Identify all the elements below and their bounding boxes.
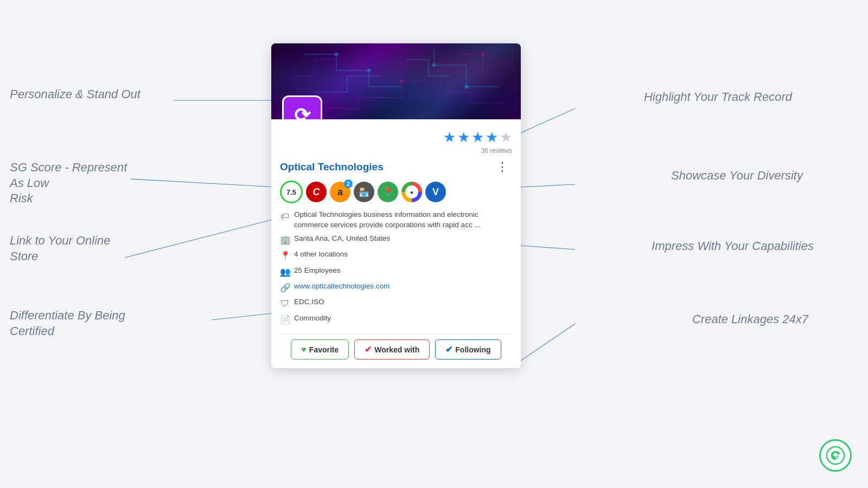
- badge-red: C: [306, 182, 327, 202]
- svg-point-13: [481, 53, 484, 56]
- description-row: 🏷 Optical Technologies business informat…: [280, 210, 512, 230]
- sg-logo-svg: [826, 446, 845, 465]
- svg-point-11: [465, 85, 468, 88]
- company-description: Optical Technologies business informatio…: [294, 210, 512, 230]
- svg-point-8: [335, 53, 338, 56]
- svg-point-14: [827, 447, 844, 464]
- badges-row: 7.5 C a 2 🏪 📍 ●: [280, 181, 512, 203]
- svg-point-9: [367, 69, 371, 72]
- svg-point-12: [400, 80, 403, 83]
- star-3: ★: [471, 129, 484, 146]
- personalize-annotation: Personalize & Stand Out: [10, 87, 141, 102]
- description-icon: 🏷: [280, 210, 290, 222]
- badge-multicolor: ●: [401, 182, 422, 202]
- create-annotation: Create Linkages 24x7: [692, 312, 808, 328]
- profile-card-wrapper: ⟳ ★ ★ ★ ★ ★ 36 reviews Optical Technolog…: [271, 43, 521, 368]
- link-icon: 🔗: [280, 282, 290, 294]
- svg-line-7: [521, 324, 575, 361]
- svg-line-6: [521, 246, 575, 249]
- svg-line-4: [521, 108, 575, 133]
- employees-icon: 👥: [280, 266, 290, 278]
- cert-icon: 🛡: [280, 298, 290, 310]
- differentiate-annotation: Differentiate By Being Certified: [10, 308, 151, 339]
- employee-count: 25 Employees: [294, 266, 341, 276]
- badge-blue: V: [425, 182, 446, 202]
- location-row: 🏢 Santa Ana, CA, United States: [280, 234, 512, 246]
- other-locations: 4 other locations: [294, 249, 348, 260]
- favorite-label: Favorite: [309, 345, 339, 354]
- company-info: 🏷 Optical Technologies business informat…: [280, 210, 512, 326]
- sg-brand-logo: [819, 439, 852, 472]
- svg-line-1: [130, 179, 277, 187]
- check-red-icon: ✔: [365, 344, 372, 355]
- category-icon: 📄: [280, 314, 290, 326]
- star-2: ★: [457, 129, 470, 146]
- svg-point-10: [432, 63, 436, 67]
- company-website[interactable]: www.opticaltechnologies.com: [294, 281, 390, 292]
- profile-card: ⟳ ★ ★ ★ ★ ★ 36 reviews Optical Technolog…: [271, 43, 521, 368]
- employees-row: 👥 25 Employees: [280, 266, 512, 278]
- sg-score-annotation: SG Score - Represent As LowRisk: [10, 160, 129, 207]
- category: Commodity: [294, 313, 331, 324]
- pin-icon: 📍: [280, 250, 290, 262]
- certifications: EDC,ISO: [294, 297, 324, 307]
- following-button[interactable]: ✔ Following: [435, 339, 501, 359]
- star-1: ★: [443, 129, 456, 146]
- category-row: 📄 Commodity: [280, 313, 512, 326]
- link-store-annotation: Link to Your OnlineStore: [10, 233, 111, 264]
- company-location: Santa Ana, CA, United States: [294, 234, 390, 244]
- svg-line-3: [212, 313, 277, 320]
- certifications-row: 🛡 EDC,ISO: [280, 297, 512, 310]
- company-logo: ⟳: [282, 95, 322, 119]
- card-body: Optical Technologies ⋮ 7.5 C a 2 🏪 📍: [271, 155, 521, 368]
- worked-with-label: Worked with: [374, 345, 419, 354]
- website-row: 🔗 www.opticaltechnologies.com: [280, 281, 512, 294]
- star-rating: ★ ★ ★ ★ ★: [443, 129, 512, 146]
- badge-location: 📍: [378, 182, 398, 202]
- highlight-annotation: Highlight Your Track Record: [644, 89, 792, 105]
- location-icon: 🏢: [280, 234, 290, 246]
- action-buttons: ♥ Favorite ✔ Worked with ✔ Following: [280, 333, 512, 359]
- badge-amazon: a 2: [330, 182, 350, 202]
- star-5: ★: [500, 129, 512, 146]
- check-blue-icon: ✔: [445, 344, 452, 355]
- showcase-annotation: Showcase Your Diversity: [671, 168, 803, 184]
- star-4: ★: [486, 129, 498, 146]
- favorite-button[interactable]: ♥ Favorite: [291, 339, 349, 359]
- company-name: Optical Technologies: [280, 161, 384, 173]
- rating-section: ★ ★ ★ ★ ★ 36 reviews: [271, 119, 521, 155]
- logo-symbol: ⟳: [294, 104, 310, 119]
- following-label: Following: [455, 345, 490, 354]
- worked-with-button[interactable]: ✔ Worked with: [354, 339, 430, 359]
- more-options-button[interactable]: ⋮: [493, 159, 512, 175]
- review-count: 36 reviews: [481, 147, 512, 155]
- badge-count: 2: [344, 179, 353, 188]
- profile-banner: ⟳: [271, 43, 521, 119]
- company-header: Optical Technologies ⋮: [280, 159, 512, 175]
- heart-icon: ♥: [301, 345, 307, 355]
- impress-annotation: Impress With Your Capabilities: [652, 239, 814, 254]
- svg-line-5: [521, 184, 575, 187]
- sg-score-badge: 7.5: [280, 181, 303, 203]
- svg-line-2: [125, 219, 277, 258]
- other-locations-row: 📍 4 other locations: [280, 249, 512, 262]
- badge-shop: 🏪: [354, 182, 374, 202]
